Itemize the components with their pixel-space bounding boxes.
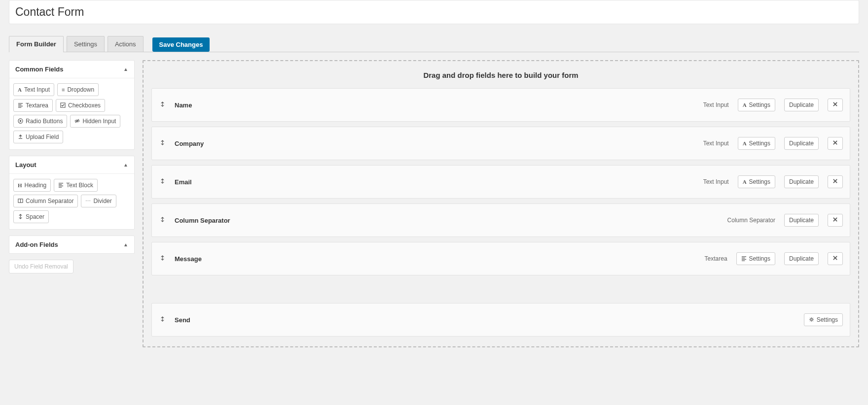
field-type-label: Text Input	[703, 101, 729, 108]
submit-row[interactable]: Send Settings	[151, 303, 850, 337]
row-settings-button[interactable]: Settings	[804, 313, 843, 326]
field-row[interactable]: MessageTextareaSettingsDuplicate	[151, 242, 850, 275]
row-delete-button[interactable]	[828, 175, 843, 188]
field-row[interactable]: NameText InputASettingsDuplicate	[151, 88, 850, 122]
field-type-label: Text Input	[703, 140, 729, 147]
panel-common-fields: Common Fields ▲ AText Input ≡Dropdown Te…	[9, 60, 135, 150]
heading-icon: H	[18, 182, 22, 188]
svg-point-2	[20, 120, 22, 122]
field-type-label: Column Separator	[727, 217, 775, 224]
tab-form-builder[interactable]: Form Builder	[9, 36, 64, 52]
arrows-v-icon	[18, 214, 23, 220]
chip-label: Text Input	[24, 86, 50, 93]
drag-handle-icon[interactable]	[159, 101, 166, 108]
chip-radio-buttons[interactable]: Radio Buttons	[13, 115, 67, 128]
dropzone[interactable]: Drag and drop fields here to build your …	[143, 60, 859, 347]
chip-divider[interactable]: ⋯Divider	[81, 195, 116, 207]
drag-handle-icon[interactable]	[159, 217, 166, 224]
chip-hidden-input[interactable]: Hidden Input	[70, 115, 120, 128]
drag-handle-icon[interactable]	[159, 255, 166, 262]
dot-circle-icon	[18, 118, 23, 125]
row-delete-button[interactable]	[828, 99, 843, 111]
chip-label: Checkboxes	[68, 102, 101, 109]
panel-addon-fields: Add-on Fields ▲	[9, 236, 135, 254]
chip-label: Radio Buttons	[26, 118, 63, 125]
row-settings-button[interactable]: ASettings	[738, 99, 775, 111]
row-duplicate-button[interactable]: Duplicate	[784, 214, 819, 227]
chip-upload-field[interactable]: Upload Field	[13, 131, 63, 143]
bars-icon: ≡	[62, 87, 65, 93]
drag-handle-icon[interactable]	[159, 178, 166, 185]
panel-header-layout[interactable]: Layout ▲	[9, 156, 134, 174]
gear-icon	[809, 317, 814, 323]
row-settings-button[interactable]: ASettings	[738, 175, 775, 188]
field-label: Company	[175, 140, 204, 147]
panel-title: Layout	[15, 161, 36, 169]
row-delete-button[interactable]	[828, 214, 843, 227]
chip-text-block[interactable]: Text Block	[54, 179, 98, 192]
chip-dropdown[interactable]: ≡Dropdown	[57, 83, 99, 96]
close-icon	[832, 101, 838, 108]
row-duplicate-label: Duplicate	[789, 217, 814, 224]
align-left-icon	[741, 256, 747, 262]
field-rows-container: NameText InputASettingsDuplicateCompanyT…	[151, 88, 850, 275]
main-area: Common Fields ▲ AText Input ≡Dropdown Te…	[0, 52, 868, 355]
row-delete-button[interactable]	[828, 252, 843, 265]
field-label: Email	[175, 178, 192, 186]
undo-field-removal-button[interactable]: Undo Field Removal	[9, 260, 73, 273]
chip-label: Heading	[25, 182, 47, 189]
drag-handle-icon[interactable]	[159, 140, 166, 147]
chip-heading[interactable]: HHeading	[13, 179, 51, 192]
check-square-icon	[60, 102, 66, 109]
chip-textarea[interactable]: Textarea	[13, 99, 53, 112]
row-duplicate-button[interactable]: Duplicate	[784, 137, 819, 150]
row-settings-button[interactable]: Settings	[736, 252, 775, 265]
drag-handle-icon[interactable]	[159, 316, 166, 323]
ellipsis-icon: ⋯	[85, 198, 91, 204]
field-label: Send	[175, 316, 190, 324]
sidebar: Common Fields ▲ AText Input ≡Dropdown Te…	[9, 60, 135, 273]
row-duplicate-button[interactable]: Duplicate	[784, 99, 819, 111]
chip-checkboxes[interactable]: Checkboxes	[56, 99, 105, 112]
row-duplicate-button[interactable]: Duplicate	[784, 175, 819, 188]
save-button[interactable]: Save Changes	[152, 37, 210, 52]
row-duplicate-label: Duplicate	[789, 140, 814, 147]
field-label: Name	[175, 101, 192, 109]
tab-settings[interactable]: Settings	[67, 36, 105, 52]
tab-bar: Form Builder Settings Actions	[9, 36, 144, 52]
row-duplicate-button[interactable]: Duplicate	[784, 252, 819, 265]
chip-label: Upload Field	[26, 134, 59, 140]
chip-column-separator[interactable]: Column Separator	[13, 195, 78, 207]
panel-header-common-fields[interactable]: Common Fields ▲	[9, 61, 134, 78]
close-icon	[832, 178, 838, 185]
panel-layout: Layout ▲ HHeading Text Block Column Sepa…	[9, 156, 135, 230]
chip-spacer[interactable]: Spacer	[13, 210, 49, 223]
row-delete-button[interactable]	[828, 137, 843, 150]
font-icon: A	[743, 179, 747, 185]
caret-up-icon: ▲	[123, 162, 128, 168]
caret-up-icon: ▲	[123, 242, 128, 247]
close-icon	[832, 217, 838, 224]
page-title: Contact Form	[15, 5, 853, 19]
chip-label: Text Block	[66, 182, 93, 189]
row-settings-label: Settings	[749, 255, 770, 262]
font-icon: A	[18, 87, 22, 93]
panel-title: Common Fields	[15, 66, 64, 73]
panel-header-addon-fields[interactable]: Add-on Fields ▲	[9, 236, 134, 253]
field-row[interactable]: EmailText InputASettingsDuplicate	[151, 165, 850, 199]
align-left-icon	[58, 182, 64, 189]
font-icon: A	[743, 102, 747, 108]
row-settings-button[interactable]: ASettings	[738, 137, 775, 150]
field-type-label: Text Input	[703, 178, 729, 185]
field-row[interactable]: Column SeparatorColumn SeparatorDuplicat…	[151, 203, 850, 237]
panel-body-layout: HHeading Text Block Column Separator ⋯Di…	[9, 174, 134, 229]
field-label: Message	[175, 255, 202, 263]
chip-label: Hidden Input	[82, 118, 116, 125]
tab-actions[interactable]: Actions	[108, 36, 144, 52]
field-row[interactable]: CompanyText InputASettingsDuplicate	[151, 127, 850, 160]
columns-icon	[18, 198, 23, 204]
row-duplicate-label: Duplicate	[789, 178, 814, 185]
chip-label: Textarea	[26, 102, 48, 109]
chip-text-input[interactable]: AText Input	[13, 83, 54, 96]
row-settings-label: Settings	[817, 316, 838, 323]
